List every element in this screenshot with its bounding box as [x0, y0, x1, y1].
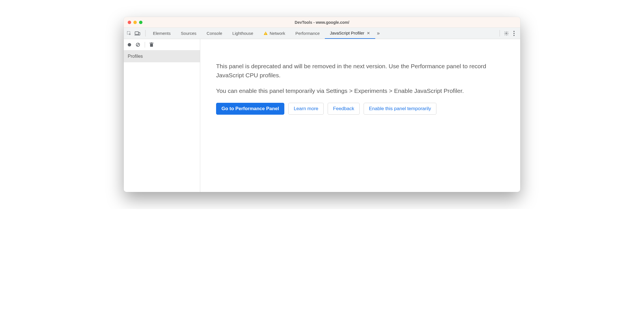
settings-icon[interactable]: [504, 31, 509, 36]
close-tab-icon[interactable]: ✕: [367, 31, 370, 35]
tab-label: Network: [270, 31, 285, 36]
sidebar-toolbar: [124, 39, 200, 50]
learn-more-button[interactable]: Learn more: [288, 103, 324, 115]
svg-rect-1: [135, 32, 139, 34]
tabbar: Elements Sources Console Lighthouse Netw…: [124, 28, 520, 39]
device-toolbar-icon[interactable]: [135, 31, 140, 36]
warning-icon: [263, 31, 268, 36]
tab-label: JavaScript Profiler: [330, 31, 364, 35]
window-controls: [128, 21, 142, 24]
tab-label: Elements: [153, 31, 171, 36]
minimize-window-icon[interactable]: [133, 21, 137, 24]
enable-temporarily-button[interactable]: Enable this panel temporarily: [364, 103, 436, 115]
svg-point-9: [513, 35, 515, 36]
svg-point-7: [513, 31, 515, 32]
deprecation-message: This panel is deprecated and will be rem…: [216, 62, 504, 95]
tab-label: Console: [207, 31, 222, 36]
svg-point-10: [128, 43, 131, 46]
record-icon[interactable]: [127, 42, 132, 47]
feedback-button[interactable]: Feedback: [328, 103, 360, 115]
message-paragraph-2: You can enable this panel temporarily vi…: [216, 86, 504, 95]
devtools-window: DevTools - www.google.com/ Elements: [124, 17, 520, 192]
more-tabs-icon[interactable]: »: [375, 28, 381, 39]
tab-javascript-profiler[interactable]: JavaScript Profiler ✕: [325, 28, 375, 39]
sidebar-section-label: Profiles: [128, 54, 143, 59]
more-options-icon[interactable]: [513, 31, 515, 36]
tab-label: Lighthouse: [233, 31, 253, 36]
delete-icon[interactable]: [150, 42, 153, 47]
svg-rect-5: [265, 34, 266, 34]
svg-rect-15: [151, 42, 152, 43]
inspect-element-icon[interactable]: [127, 31, 132, 36]
sidebar: Profiles: [124, 39, 200, 192]
svg-point-6: [506, 33, 507, 34]
svg-rect-13: [150, 44, 153, 47]
tab-label: Performance: [295, 31, 320, 36]
toolbar-divider: [145, 42, 145, 48]
maximize-window-icon[interactable]: [139, 21, 142, 24]
titlebar: DevTools - www.google.com/: [124, 17, 520, 28]
main-panel: This panel is deprecated and will be rem…: [200, 39, 520, 192]
tab-network[interactable]: Network: [258, 28, 290, 39]
button-row: Go to Performance Panel Learn more Feedb…: [216, 103, 504, 115]
tab-console[interactable]: Console: [202, 28, 227, 39]
sidebar-section-profiles[interactable]: Profiles: [124, 50, 200, 62]
content-area: Profiles This panel is deprecated and wi…: [124, 39, 520, 192]
svg-point-8: [513, 33, 515, 34]
tab-lighthouse[interactable]: Lighthouse: [227, 28, 258, 39]
tab-label: Sources: [181, 31, 197, 36]
window-title: DevTools - www.google.com/: [124, 20, 520, 25]
message-paragraph-1: This panel is deprecated and will be rem…: [216, 62, 504, 80]
close-window-icon[interactable]: [128, 21, 131, 24]
svg-rect-3: [138, 32, 140, 35]
svg-rect-4: [265, 33, 266, 34]
tab-performance[interactable]: Performance: [290, 28, 325, 39]
svg-line-12: [137, 44, 139, 46]
svg-rect-14: [150, 43, 153, 43]
tab-sources[interactable]: Sources: [176, 28, 202, 39]
clear-icon[interactable]: [136, 42, 140, 47]
tab-elements[interactable]: Elements: [148, 28, 176, 39]
go-to-performance-button[interactable]: Go to Performance Panel: [216, 103, 284, 115]
